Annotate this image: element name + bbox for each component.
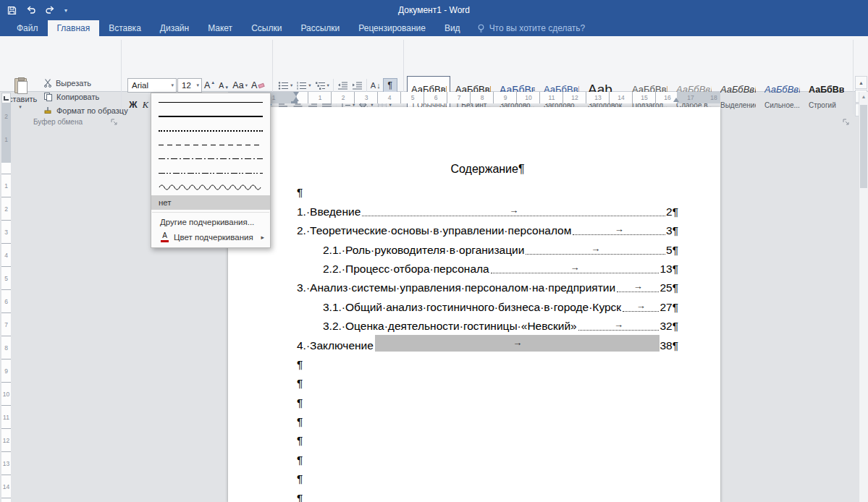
indent-icon	[352, 81, 363, 90]
toc-row[interactable]: 3.2.·Оценка·деятельности·гостиницы·«Невс…	[297, 314, 678, 333]
italic-button[interactable]: К	[140, 98, 151, 112]
clear-formatting-button[interactable]: А	[250, 78, 266, 93]
tell-me[interactable]: Что вы хотите сделать?	[470, 20, 593, 36]
style-gallery-item[interactable]: АаБбВвГг,Строгий	[804, 76, 848, 117]
toc-row[interactable]: 2.1.·Роль·руководителя·в·организации→5¶	[297, 237, 678, 256]
copy-button[interactable]: Копировать	[41, 90, 131, 103]
empty-paragraph[interactable]: ¶	[297, 390, 678, 409]
format-painter-label: Формат по образцу	[56, 106, 128, 115]
empty-paragraph[interactable]: ¶	[297, 485, 678, 502]
ribbon-tab[interactable]: Вид	[435, 20, 470, 36]
empty-paragraph[interactable]: ¶	[297, 467, 678, 485]
vertical-ruler[interactable]: 211234567891011121314	[1, 103, 11, 502]
wavy-line-icon	[159, 184, 261, 190]
ribbon-tab[interactable]: Рецензирование	[349, 20, 435, 36]
toc-row[interactable]: 2.2.·Процесс·отбора·персонала→13¶	[297, 257, 678, 276]
underline-style-solid[interactable]	[151, 95, 270, 110]
tab-file[interactable]: Файл	[7, 20, 48, 36]
clipboard-dialog-launcher[interactable]	[111, 119, 118, 126]
more-underlines-item[interactable]: Другие подчеркивания...	[151, 215, 270, 230]
toc-row[interactable]: 4.·Заключение→38¶	[297, 333, 678, 352]
sort-button[interactable]: А↓	[369, 78, 382, 93]
shrink-font-button[interactable]: А▼	[217, 78, 230, 93]
dropdown-arrow-icon[interactable]: ▾	[290, 82, 292, 88]
style-gallery-item[interactable]: АаБбВвГг,Выделение	[716, 76, 759, 117]
empty-paragraph[interactable]: ¶	[297, 447, 678, 466]
toc-page-number: 38¶	[660, 339, 678, 352]
scrollbar-thumb[interactable]	[860, 105, 867, 188]
bullets-button[interactable]: ▾	[277, 78, 294, 93]
cut-label: Вырезать	[56, 79, 91, 88]
document-heading[interactable]: Содержание¶	[297, 163, 678, 176]
empty-paragraph[interactable]: ¶	[297, 352, 678, 371]
combo-arrow-icon[interactable]: ▾	[196, 82, 199, 88]
underline-style-dotted[interactable]	[151, 124, 270, 138]
font-name-combo[interactable]: Arial▾	[127, 78, 177, 93]
multilevel-list-button[interactable]: ▾	[313, 78, 331, 93]
toc-text[interactable]: 3.2.·Оценка·деятельности·гостиницы·«Невс…	[323, 320, 577, 333]
increase-indent-button[interactable]	[350, 78, 364, 93]
toc-row[interactable]: 3.1.·Общий·анализ·гостиничного·бизнеса·в…	[297, 294, 678, 313]
title-bar: ▾ Документ1 - Word	[0, 0, 868, 20]
dropdown-arrow-icon[interactable]: ▾	[327, 82, 329, 88]
change-case-button[interactable]: Аа▾	[231, 78, 249, 93]
bold-button[interactable]: Ж	[127, 98, 139, 112]
empty-paragraph[interactable]: ¶	[297, 180, 678, 199]
tab-stop-selector[interactable]	[1, 93, 11, 103]
group-separator	[853, 40, 854, 114]
decrease-indent-button[interactable]	[336, 78, 350, 93]
hanging-indent-marker[interactable]	[293, 94, 299, 101]
toc-text[interactable]: 3.1.·Общий·анализ·гостиничного·бизнеса·в…	[323, 301, 621, 314]
toc-row[interactable]: 3.·Анализ·системы·управления·персоналом·…	[297, 276, 678, 294]
document-page[interactable]: Содержание¶ ¶1.·Введение→2¶2.·Теоретичес…	[228, 107, 720, 502]
underline-style-thick[interactable]	[151, 110, 270, 124]
ruler-numbers: 21123456789101112131415161718	[228, 92, 720, 103]
copy-label: Копировать	[56, 93, 99, 101]
underline-style-dashed[interactable]	[151, 138, 270, 153]
ribbon-tab[interactable]: Вставка	[99, 20, 151, 36]
numbering-button[interactable]: ▾	[295, 78, 312, 93]
toc-text[interactable]: 2.·Теоретические·основы·в·управлении·пер…	[297, 224, 571, 237]
underline-color-item[interactable]: А Цвет подчеркивания ▸	[151, 230, 270, 245]
combo-arrow-icon[interactable]: ▾	[171, 82, 174, 88]
show-marks-button[interactable]: ¶	[383, 78, 397, 93]
ribbon-tab[interactable]: Ссылки	[242, 20, 291, 36]
ribbon-tab[interactable]: Главная	[48, 20, 100, 36]
vertical-scrollbar[interactable]: ▲	[859, 92, 868, 502]
dropdown-arrow-icon[interactable]: ▾	[308, 82, 311, 88]
format-painter-button[interactable]: Формат по образцу	[41, 103, 131, 117]
styles-dialog-launcher[interactable]	[843, 119, 850, 126]
left-indent-marker[interactable]	[291, 101, 298, 103]
ruler-number: 13	[594, 93, 601, 102]
empty-paragraph[interactable]: ¶	[297, 428, 678, 447]
tab-mark: →	[588, 244, 603, 254]
toc-text[interactable]: 4.·Заключение	[297, 339, 374, 352]
cut-button[interactable]: Вырезать	[41, 76, 131, 90]
underline-style-wavy[interactable]	[151, 180, 270, 195]
underline-none-item[interactable]: нет	[151, 195, 270, 210]
window-title: Документ1 - Word	[0, 0, 868, 20]
grow-font-button[interactable]: А▲	[203, 78, 216, 93]
toc-text[interactable]: 2.2.·Процесс·отбора·персонала	[323, 263, 489, 276]
ribbon-tab[interactable]: Макет	[198, 20, 242, 36]
toc-text[interactable]: 3.·Анализ·системы·управления·персоналом·…	[297, 281, 615, 294]
toc-text[interactable]: 2.1.·Роль·руководителя·в·организации	[323, 244, 524, 257]
underline-style-dash-dot[interactable]	[151, 152, 270, 166]
toc-row[interactable]: 1.·Введение→2¶	[297, 199, 678, 218]
empty-paragraph[interactable]: ¶	[297, 409, 678, 428]
scroll-up-arrow[interactable]: ▲	[859, 94, 868, 99]
toc-text[interactable]: 1.·Введение	[297, 205, 361, 218]
font-size-combo[interactable]: 12▾	[177, 78, 202, 93]
style-gallery-item[interactable]: АаБбВвГ,Сильное...	[760, 76, 804, 117]
line-sample	[159, 130, 263, 132]
right-indent-marker[interactable]	[673, 95, 679, 102]
paste-dropdown-arrow[interactable]: ▾	[19, 105, 22, 109]
ribbon-tab[interactable]: Рассылки	[291, 20, 349, 36]
empty-paragraph[interactable]: ¶	[297, 371, 678, 390]
gallery-scroll-up-button[interactable]: ▲	[855, 76, 867, 89]
toc-row[interactable]: 2.·Теоретические·основы·в·управлении·пер…	[297, 218, 678, 237]
ribbon-tab[interactable]: Дизайн	[151, 20, 198, 36]
ruler-number: 18	[710, 93, 717, 102]
underline-style-dash-dot-dot[interactable]	[151, 166, 270, 181]
horizontal-ruler[interactable]: 21123456789101112131415161718	[228, 92, 720, 103]
